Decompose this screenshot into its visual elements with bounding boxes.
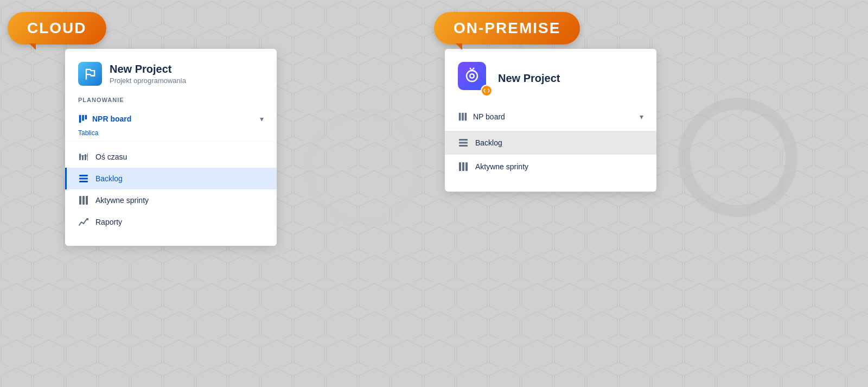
svg-rect-3 [79, 154, 81, 160]
svg-rect-25 [459, 145, 468, 147]
chevron-down-icon: ▾ [260, 115, 264, 123]
cloud-badge: CLOUD [8, 12, 106, 45]
svg-rect-26 [459, 162, 461, 171]
svg-rect-21 [462, 113, 464, 120]
cloud-section-label: PLANOWANIE [65, 97, 277, 109]
svg-rect-1 [82, 115, 84, 121]
op-project-header: New Project [445, 62, 656, 105]
op-board-selector-left: NP board [458, 112, 505, 122]
cloud-project-name: New Project [110, 63, 186, 75]
svg-rect-12 [86, 196, 88, 205]
code-icon [483, 87, 490, 94]
svg-point-19 [473, 68, 475, 69]
cloud-board-sublabel[interactable]: Tablica [65, 129, 277, 137]
cloud-board-selector[interactable]: NPR board ▾ [65, 109, 277, 129]
cloud-nav-reports[interactable]: Raporty [65, 211, 277, 233]
svg-rect-5 [85, 154, 86, 160]
cloud-nav-backlog[interactable]: Backlog [65, 168, 277, 189]
svg-point-18 [470, 68, 471, 69]
svg-rect-9 [79, 181, 88, 182]
op-chevron-down-icon: ▾ [640, 112, 643, 121]
cloud-panel: New Project Projekt oprogramowania PLANO… [65, 49, 277, 246]
reports-icon [78, 217, 89, 227]
op-sprints-icon [458, 161, 469, 172]
svg-rect-11 [82, 196, 85, 205]
op-code-badge [481, 85, 493, 97]
onpremise-badge: ON-PREMISE [434, 12, 580, 45]
cloud-project-header: New Project Projekt oprogramowania [65, 62, 277, 97]
divider-1 [65, 141, 277, 142]
op-nav-backlog-label: Backlog [475, 138, 502, 147]
op-project-info: New Project [498, 72, 560, 85]
cloud-project-info: New Project Projekt oprogramowania [110, 63, 186, 85]
onpremise-panel: New Project NP board ▾ Backlog [445, 49, 656, 192]
svg-rect-28 [465, 162, 468, 171]
svg-rect-7 [79, 175, 88, 176]
op-project-icon-main [458, 62, 486, 90]
backlog-icon [78, 173, 89, 184]
sprints-board-icon [78, 195, 89, 206]
decorative-circle-left [304, 109, 423, 228]
svg-rect-23 [459, 139, 468, 141]
svg-rect-8 [79, 178, 88, 180]
svg-rect-4 [82, 155, 84, 160]
op-backlog-icon [458, 137, 469, 148]
op-nav-backlog[interactable]: Backlog [445, 131, 656, 155]
op-project-logo [463, 67, 481, 85]
cloud-project-icon [78, 62, 102, 86]
cloud-nav-sprints[interactable]: Aktywne sprinty [65, 189, 277, 211]
decorative-circle-right [678, 98, 797, 217]
cloud-nav-backlog-label: Backlog [95, 174, 123, 183]
svg-point-15 [471, 75, 474, 78]
op-project-icon-container [458, 62, 490, 94]
svg-rect-2 [85, 115, 87, 119]
cloud-nav-reports-label: Raporty [95, 218, 122, 226]
op-nav-sprints[interactable]: Aktywne sprinty [445, 155, 656, 179]
cloud-board-name: NPR board [92, 115, 131, 123]
board-grid-icon [78, 114, 88, 124]
svg-rect-0 [79, 115, 81, 123]
cloud-board-info: NPR board [92, 115, 131, 123]
cloud-board-selector-left: NPR board [78, 114, 131, 124]
svg-rect-6 [87, 153, 88, 161]
op-project-name: New Project [498, 72, 560, 85]
cloud-nav-timeline-label: Oś czasu [95, 153, 127, 161]
op-board-selector[interactable]: NP board ▾ [445, 105, 656, 129]
timeline-icon [78, 151, 89, 162]
mountain-icon [82, 66, 98, 81]
svg-rect-10 [79, 196, 81, 205]
svg-rect-24 [459, 142, 468, 144]
svg-rect-27 [462, 162, 464, 171]
cloud-nav-sprints-label: Aktywne sprinty [95, 196, 149, 205]
op-nav-sprints-label: Aktywne sprinty [475, 162, 528, 171]
op-board-name: NP board [473, 112, 505, 121]
svg-rect-20 [459, 113, 461, 120]
svg-rect-22 [465, 113, 467, 120]
cloud-nav-timeline[interactable]: Oś czasu [65, 146, 277, 168]
cloud-project-type: Projekt oprogramowania [110, 77, 186, 85]
op-board-grid-icon [458, 112, 468, 122]
